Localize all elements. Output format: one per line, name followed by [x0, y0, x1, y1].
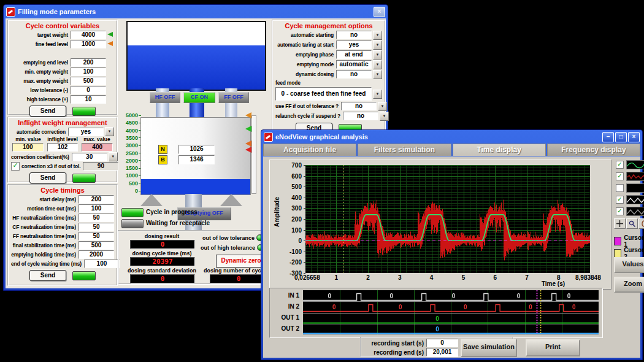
trace-preview: [626, 207, 644, 216]
dropdown-button[interactable]: ▼: [378, 102, 387, 111]
param-input[interactable]: automatic: [336, 60, 372, 69]
print-button[interactable]: Print: [526, 339, 580, 356]
min-value-field[interactable]: 100: [12, 143, 44, 152]
recording-end-field[interactable]: 20,001: [426, 348, 458, 356]
close-icon[interactable]: ×: [374, 7, 385, 17]
dropdown-button[interactable]: ▼: [373, 50, 382, 60]
level-marker-red[interactable]: [245, 147, 251, 153]
digital-traces-plot[interactable]: [303, 290, 599, 334]
trace-checkbox[interactable]: ✓: [616, 161, 624, 169]
window2-titlebar[interactable]: eNodView graphical analysis – □ ×: [263, 131, 641, 143]
param-label: automatic starting: [275, 32, 336, 38]
max-value-field[interactable]: 400: [82, 143, 113, 152]
inflight-level-field[interactable]: 102: [47, 143, 79, 152]
waiting-label: Waiting for receptacle: [146, 220, 210, 226]
dropdown-button[interactable]: ▼: [105, 127, 114, 136]
param-input[interactable]: 1000: [71, 40, 106, 48]
cycle-timings-fields: start delay (ms)200motion time out (ms)1…: [11, 194, 114, 268]
values-button[interactable]: Values: [614, 257, 644, 273]
send-button[interactable]: Send: [29, 106, 66, 117]
param-input[interactable]: no: [341, 102, 377, 110]
param-input[interactable]: no: [343, 112, 378, 120]
close-icon[interactable]: ×: [628, 132, 640, 142]
param-input[interactable]: 100: [71, 67, 106, 76]
tab-filters-simulation[interactable]: Filters simulation: [358, 144, 451, 156]
level-slider-track: [251, 115, 256, 194]
dropdown-button[interactable]: ▼: [373, 70, 382, 79]
crosshair-tool-icon[interactable]: [614, 218, 626, 229]
coefficient-field[interactable]: 30: [72, 153, 107, 161]
param-input[interactable]: 100: [84, 260, 120, 268]
pan-hand-icon[interactable]: [638, 218, 644, 229]
param-label: start delay (ms): [11, 196, 79, 202]
param-input[interactable]: 50: [79, 223, 114, 231]
x-tick-label: 8: [557, 274, 561, 281]
dropdown-button[interactable]: ▼: [373, 40, 382, 50]
auto-correction-field[interactable]: yes: [68, 128, 104, 136]
tab-acquisition-file[interactable]: Acquisition file: [263, 144, 356, 156]
trace-checkbox[interactable]: ✓: [616, 196, 624, 204]
param-row: final stabilization time (ms)500: [11, 241, 114, 250]
recording-start-field[interactable]: 0: [426, 339, 458, 347]
minimize-icon[interactable]: –: [602, 132, 614, 142]
send-button[interactable]: Send: [29, 270, 66, 281]
param-input[interactable]: 200: [79, 195, 114, 204]
group-title: Inflight weight management: [11, 119, 114, 127]
param-input[interactable]: 500: [71, 77, 106, 85]
trace-checkbox[interactable]: ✓: [616, 172, 624, 180]
trace-checkbox[interactable]: [616, 184, 624, 192]
save-simulation-button[interactable]: Save simulation: [461, 339, 517, 357]
level-marker-orange[interactable]: [245, 112, 251, 118]
scale-tick: 4500: [123, 120, 141, 126]
scale-tick-value: 1000: [126, 172, 138, 179]
param-input[interactable]: 50: [79, 232, 114, 241]
level-marker-orange[interactable]: [245, 141, 251, 147]
param-row: high tolerance (+)10: [11, 94, 114, 104]
dynamic-zero-button[interactable]: Dynamic zero: [216, 255, 266, 268]
x-tick-label: 2: [366, 274, 370, 281]
level-marker-green[interactable]: [245, 126, 251, 132]
maximize-icon[interactable]: □: [615, 132, 627, 142]
hf-button[interactable]: HF OFF: [150, 92, 180, 103]
y-tick-mark: [304, 198, 305, 198]
tab-frequency-display[interactable]: Frequency display: [547, 144, 640, 156]
dropdown-button[interactable]: ▼: [380, 112, 389, 121]
scale-tick-value: 0: [135, 188, 138, 194]
dropdown-button[interactable]: ▼: [373, 31, 382, 40]
dropdown-button[interactable]: ▼: [373, 90, 382, 99]
scale-tick: 1500: [123, 165, 141, 171]
time-display-plot[interactable]: [305, 165, 590, 273]
param-input[interactable]: 4000: [71, 31, 106, 39]
param-input[interactable]: no: [336, 70, 372, 79]
send-status-led: [72, 107, 96, 116]
dosing-result-label: dosing result: [119, 233, 205, 239]
cf-button[interactable]: CF ON: [183, 92, 215, 103]
param-input[interactable]: no: [336, 31, 372, 39]
window2-title: eNodView graphical analysis: [275, 133, 368, 141]
param-input[interactable]: 50: [79, 214, 114, 222]
param-row: automatic taring at startyes▼: [275, 40, 382, 50]
scale-tick-value: 500: [129, 180, 138, 187]
param-input[interactable]: 500: [79, 241, 114, 250]
param-input[interactable]: 10: [71, 95, 106, 104]
param-input[interactable]: 100: [79, 204, 114, 213]
trace-checkbox[interactable]: ✓: [616, 207, 624, 215]
y-tick-label: 100: [281, 227, 302, 234]
param-input[interactable]: 2000: [79, 250, 114, 259]
window1-titlebar[interactable]: Filling mode parameters ×: [5, 6, 386, 18]
param-input[interactable]: at end: [336, 50, 372, 59]
ff-button[interactable]: FF OFF: [218, 92, 249, 103]
dropdown-button[interactable]: ▼: [109, 152, 118, 161]
send-button[interactable]: Send: [29, 172, 66, 183]
param-input[interactable]: 0: [71, 86, 106, 94]
feed-mode-field[interactable]: 0 - coarse feed then fine feed: [275, 87, 372, 101]
dropdown-button[interactable]: ▼: [373, 60, 382, 69]
param-input[interactable]: yes: [336, 40, 372, 49]
zoom-tool-icon[interactable]: [626, 218, 638, 229]
param-input[interactable]: 200: [71, 58, 106, 67]
feed-hopper: [126, 21, 266, 91]
correction-checkbox[interactable]: ✓: [11, 162, 20, 171]
zoom-button[interactable]: Zoom: [614, 277, 644, 293]
x-tick-label: 6: [493, 274, 497, 281]
tab-time-display[interactable]: Time display: [453, 144, 546, 156]
